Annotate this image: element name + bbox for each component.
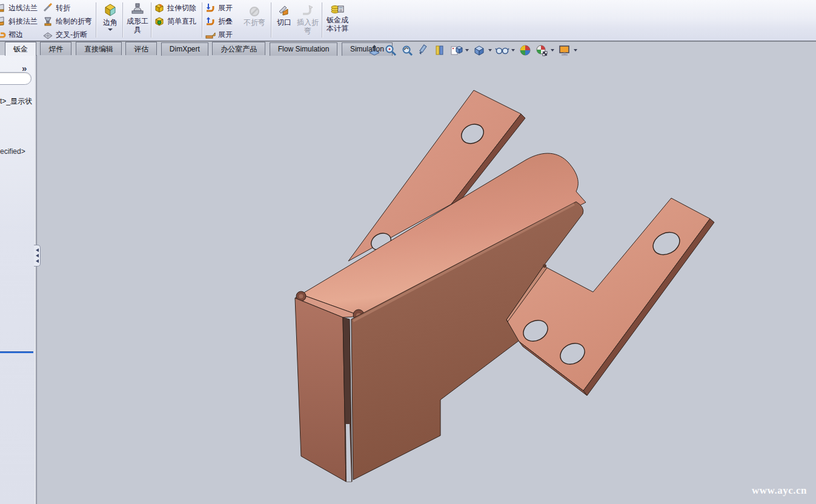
no-bends-icon	[248, 5, 261, 18]
feature-manager-panel: » t>_显示状 ecified>	[0, 55, 35, 504]
forming-tool-icon	[130, 2, 145, 17]
ribbon-button-fold[interactable]: 折叠	[205, 15, 233, 27]
sheet-metal-bracket[interactable]	[295, 90, 714, 482]
command-manager-ribbon: 边线法兰 斜接法兰 褶边 转折 绘制的折弯 交叉-折断 边角	[0, 0, 816, 41]
ribbon-separator	[151, 2, 151, 38]
panel-collapse-handle[interactable]	[34, 245, 41, 267]
feature-search-input[interactable]	[0, 72, 32, 85]
corner-icon	[102, 2, 118, 18]
apply-scene-icon[interactable]	[534, 43, 549, 58]
miter-flange-icon	[0, 16, 6, 27]
collapse-arrow-icon	[36, 259, 39, 263]
tab-sheet-metal[interactable]: 钣金	[5, 42, 36, 56]
section-view-icon[interactable]	[416, 43, 431, 58]
graphics-viewport[interactable]: www.ayc.cn	[0, 0, 816, 504]
collapse-arrow-icon	[36, 248, 39, 252]
jog-icon	[42, 2, 53, 13]
flatten-icon	[205, 29, 216, 40]
tab-direct-editing[interactable]: 直接编辑	[76, 42, 122, 55]
unfold-icon	[205, 2, 216, 13]
sheet-metal-cost-icon	[330, 2, 345, 16]
ribbon-button-extruded-cut[interactable]: 拉伸切除	[154, 2, 196, 14]
insert-bends-icon	[300, 4, 315, 18]
heads-up-view-toolbar	[367, 42, 579, 58]
ribbon-button-flatten[interactable]: 展开	[205, 28, 233, 41]
fold-icon	[205, 16, 216, 27]
panel-splitter[interactable]	[35, 55, 37, 504]
edit-appearance-icon[interactable]	[518, 43, 532, 58]
rip-icon	[277, 4, 291, 18]
corner-dropdown-arrow[interactable]	[108, 28, 113, 31]
ribbon-separator	[271, 2, 271, 38]
apply-scene-dropdown[interactable]	[551, 49, 554, 51]
view-settings-dropdown[interactable]	[574, 49, 577, 51]
ribbon-button-corner[interactable]: 边角	[99, 2, 121, 31]
display-style-icon[interactable]	[472, 43, 486, 58]
body-left-face	[295, 298, 346, 482]
dynamic-annotation-view-icon[interactable]	[433, 43, 447, 58]
ribbon-button-miter-flange[interactable]: 斜接法兰	[0, 15, 38, 27]
corner-relief-left-center	[299, 294, 304, 299]
previous-view-icon[interactable]	[400, 43, 414, 58]
tree-item-display-state[interactable]: t>_显示状	[0, 96, 36, 107]
ribbon-button-edge-flange[interactable]: 边线法兰	[0, 2, 38, 14]
tab-dimxpert[interactable]: DimXpert	[161, 42, 208, 56]
ribbon-separator	[122, 2, 123, 38]
display-style-dropdown[interactable]	[488, 49, 492, 51]
zoom-to-area-icon[interactable]	[383, 43, 398, 58]
edge-flange-icon	[0, 2, 6, 13]
bend-relief-notch	[543, 264, 546, 268]
view-orientation-icon[interactable]	[449, 43, 463, 58]
rollback-bar[interactable]	[0, 351, 33, 353]
zoom-to-fit-icon[interactable]	[367, 43, 382, 58]
watermark: www.ayc.cn	[752, 485, 807, 497]
cross-break-icon	[42, 29, 53, 40]
solidworks-window: www.ayc.cn 边线法兰 斜接法兰 褶边 转折 绘制的折弯 交叉-折断	[0, 0, 816, 504]
ribbon-button-sketched-bend[interactable]: 绘制的折弯	[42, 15, 92, 27]
view-settings-icon[interactable]	[557, 43, 572, 58]
sketched-bend-icon	[42, 16, 53, 27]
tab-weldments[interactable]: 焊件	[40, 42, 71, 55]
ribbon-button-rip[interactable]: 切口	[274, 4, 294, 27]
ribbon-separator	[202, 2, 202, 38]
ribbon-button-cross-break[interactable]: 交叉-折断	[42, 28, 87, 41]
ribbon-separator	[96, 2, 96, 38]
ribbon-button-unfold[interactable]: 展开	[205, 2, 233, 14]
tab-office-products[interactable]: 办公室产品	[212, 42, 265, 55]
collapse-arrow-icon	[36, 254, 39, 257]
sheet-metal-part-model[interactable]	[0, 0, 816, 504]
tab-evaluate[interactable]: 评估	[125, 42, 157, 55]
hide-show-items-icon[interactable]	[495, 43, 509, 58]
ribbon-button-jog[interactable]: 转折	[42, 2, 70, 14]
ribbon-button-sheet-metal-cost[interactable]: 钣金成本计算	[325, 2, 350, 33]
ribbon-button-insert-bends[interactable]: 插入折弯	[295, 4, 320, 35]
tab-flow-simulation[interactable]: Flow Simulation	[270, 42, 338, 56]
ribbon-button-hem[interactable]: 褶边	[0, 28, 23, 41]
hide-show-items-dropdown[interactable]	[511, 49, 515, 51]
extruded-cut-icon	[154, 2, 165, 13]
simple-hole-icon	[154, 16, 165, 27]
ribbon-button-no-bends[interactable]: 不折弯	[241, 5, 268, 27]
view-orientation-dropdown[interactable]	[465, 49, 469, 51]
ribbon-button-simple-hole[interactable]: 简单直孔	[154, 15, 196, 27]
tree-item-material[interactable]: ecified>	[0, 147, 36, 156]
ribbon-button-forming-tool[interactable]: 成形工具	[125, 2, 150, 34]
hem-icon	[0, 29, 6, 40]
ribbon-separator	[322, 2, 322, 38]
